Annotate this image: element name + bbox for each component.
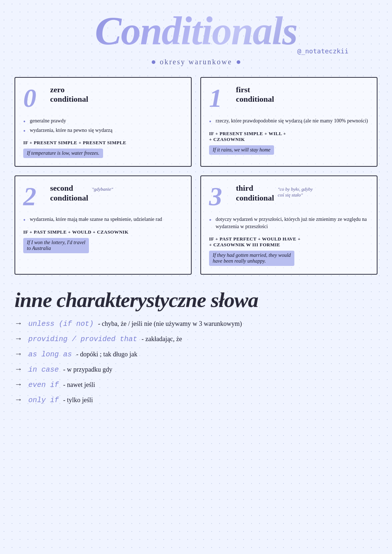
card-second-header: 2 secondconditional "gdybanie" — [23, 183, 183, 210]
title-area: Conditionals @_notateczkii okresy warunk… — [15, 7, 377, 66]
card-second-bullets: wydarzenia, które mają małe szanse na sp… — [23, 215, 183, 224]
inne-text-aslong: - dopóki ; tak długo jak — [76, 351, 137, 358]
arrow-icon: → — [15, 319, 23, 328]
card-zero-title: zeroconditional — [50, 85, 88, 104]
arrow-icon: → — [15, 364, 23, 374]
card-third: 3 thirdconditional "co by było, gdybycoś… — [200, 175, 377, 275]
card-third-example: If they had gotten married, they wouldha… — [209, 251, 294, 266]
card-second-example: If I won the lottery, I'd travelto Austr… — [23, 238, 89, 253]
card-zero-title-block: zeroconditional — [50, 85, 88, 104]
card-first-example: If it rains, we will stay home — [209, 145, 274, 155]
card-third-formula: IF + PAST PERFECT + WOULD HAVE ++ CZASOW… — [209, 236, 369, 248]
card-second-title-block: secondconditional "gdybanie" — [50, 183, 113, 203]
bullet-item: generalne prawdy — [23, 116, 183, 126]
keyword-unless: unless (if not) — [28, 320, 94, 328]
keyword-providing: providing / provided that — [28, 335, 137, 343]
card-third-number: 3 — [209, 183, 231, 210]
card-zero-bullets: generalne prawdy wydarzenia, które na pe… — [23, 116, 183, 135]
cards-grid: 0 zeroconditional generalne prawdy wydar… — [15, 77, 377, 275]
dot-left — [152, 60, 155, 64]
card-first: 1 firstconditional rzeczy, które prawdop… — [200, 77, 377, 167]
inne-item-aslong: → as long as - dopóki ; tak długo jak — [15, 349, 377, 359]
card-zero-header: 0 zeroconditional — [23, 85, 183, 111]
bullet-item: dotyczy wydarzeń w przyszłości, których … — [209, 215, 369, 231]
inne-text-providing: - zakładając, że — [142, 335, 182, 343]
main-title: Conditionals — [15, 11, 377, 51]
card-second-quote: "gdybanie" — [92, 186, 113, 192]
inne-title: inne charakterystyczne słowa — [15, 288, 377, 312]
subtitle-text: okresy warunkowe — [160, 58, 232, 66]
card-third-title-block: thirdconditional "co by było, gdybycoś s… — [236, 183, 313, 203]
keyword-incase: in case — [28, 365, 59, 374]
bullet-item: wydarzenia, które mają małe szanse na sp… — [23, 215, 183, 224]
inne-item-incase: → in case - w przypadku gdy — [15, 364, 377, 374]
card-third-bullets: dotyczy wydarzeń w przyszłości, których … — [209, 215, 369, 231]
card-second-number: 2 — [23, 183, 45, 210]
card-zero-example: If temperature is low, water freezes. — [23, 149, 103, 158]
card-first-header: 1 firstconditional — [209, 85, 369, 111]
card-zero-number: 0 — [23, 85, 45, 111]
inne-text-evenif: - nawet jeśli — [63, 381, 95, 389]
dot-right — [237, 60, 240, 64]
arrow-icon: → — [15, 395, 23, 404]
card-second-formula: IF + PAST SIMPLE + WOULD + CZASOWNIK — [23, 229, 183, 235]
bullet-item: wydarzenia, które na pewno się wydarzą — [23, 126, 183, 135]
arrow-icon: → — [15, 380, 23, 389]
keyword-onlyif: only if — [28, 396, 59, 404]
card-second: 2 secondconditional "gdybanie" wydarzeni… — [15, 175, 192, 275]
card-third-header: 3 thirdconditional "co by było, gdybycoś… — [209, 183, 369, 210]
inne-item-evenif: → even if - nawet jeśli — [15, 380, 377, 389]
card-second-title: secondconditional — [50, 183, 88, 203]
card-zero: 0 zeroconditional generalne prawdy wydar… — [15, 77, 192, 167]
inne-section: inne charakterystyczne słowa → unless (i… — [15, 288, 377, 404]
keyword-aslong: as long as — [28, 350, 72, 359]
inne-text-incase: - w przypadku gdy — [63, 366, 112, 373]
card-zero-formula: IF + PRESENT SIMPLE + PRESENT SIMPLE — [23, 140, 183, 146]
card-first-formula: IF + PRESENT SIMPLE + WILL ++ CZASOWNIK — [209, 131, 369, 142]
card-first-number: 1 — [209, 85, 231, 111]
card-first-bullets: rzeczy, które prawdopodobnie się wydarzą… — [209, 116, 369, 126]
card-first-title: firstconditional — [236, 85, 274, 104]
card-third-quote: "co by było, gdybycoś się stało" — [278, 186, 313, 198]
keyword-evenif: even if — [28, 381, 59, 389]
inne-item-onlyif: → only if - tylko jeśli — [15, 395, 377, 404]
bullet-item: rzeczy, które prawdopodobnie się wydarzą… — [209, 116, 369, 126]
inne-text-unless: - chyba, że / jeśli nie (nie używamy w 3… — [98, 320, 242, 328]
inne-item-unless: → unless (if not) - chyba, że / jeśli ni… — [15, 319, 377, 328]
inne-text-onlyif: - tylko jeśli — [63, 396, 93, 404]
card-first-title-block: firstconditional — [236, 85, 274, 104]
inne-item-providing: → providing / provided that - zakładając… — [15, 334, 377, 343]
arrow-icon: → — [15, 349, 23, 359]
arrow-icon: → — [15, 334, 23, 343]
card-third-title: thirdconditional — [236, 183, 274, 203]
subtitle: okresy warunkowe — [15, 58, 377, 66]
